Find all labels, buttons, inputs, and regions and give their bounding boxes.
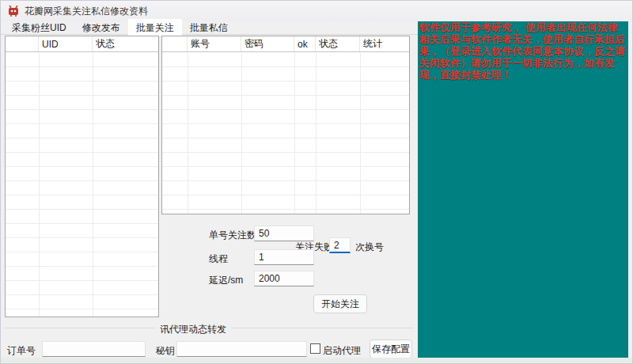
save-config-button[interactable]: 保存配置 [370, 339, 412, 358]
uid-col-status: 状态 [93, 36, 158, 51]
acct-col-account: 账号 [188, 36, 241, 51]
enable-proxy-label: 启动代理 [323, 344, 361, 358]
start-follow-button[interactable]: 开始关注 [313, 294, 367, 313]
secret-key-input[interactable] [176, 341, 307, 357]
secret-key-label: 秘钥 [156, 344, 175, 358]
per-account-label: 单号关注数 [209, 229, 256, 242]
app-window: 花瓣网采集关注私信修改资料 采集粉丝UID 修改发布 批量关注 批量私信 UID… [0, 0, 633, 364]
menu-item-edit-publish[interactable]: 修改发布 [74, 19, 128, 35]
accounts-table-header: 账号 密码 ok 状态 统计 [162, 36, 409, 52]
delay-label: 延迟/sm [209, 274, 243, 287]
disclaimer-panel: 软件仅用于参考研究， 使用者出现任何法律相关后果与软件作者无关，使用者自行承担后… [418, 21, 628, 358]
acct-col-stats: 统计 [360, 36, 409, 51]
uid-table[interactable]: UID 状态 [5, 36, 159, 317]
menu-bar: 采集粉丝UID 修改发布 批量关注 批量私信 [1, 21, 418, 35]
menu-item-batch-message[interactable]: 批量私信 [182, 19, 236, 35]
window-bottom-edge [1, 358, 632, 363]
window-title: 花瓣网采集关注私信修改资料 [25, 5, 148, 18]
threads-label: 线程 [209, 252, 228, 266]
proxy-group-label: 讯代理动态转发 [155, 323, 231, 336]
order-number-label: 订单号 [7, 344, 36, 358]
uid-col-uid: UID [39, 36, 93, 51]
per-account-input[interactable] [254, 226, 314, 241]
fail-suffix-label: 次换号 [355, 241, 384, 254]
menu-item-batch-follow[interactable]: 批量关注 [128, 19, 182, 35]
acct-col-password: 密码 [241, 36, 294, 51]
fail-count-input[interactable] [329, 237, 351, 253]
uid-table-header: UID 状态 [6, 36, 158, 52]
acct-col-status: 状态 [316, 36, 360, 51]
delay-input[interactable] [254, 271, 314, 286]
uid-table-body[interactable] [6, 53, 158, 317]
uid-col-rowheader [6, 36, 39, 51]
accounts-table-body[interactable] [162, 53, 409, 214]
acct-col-ok: ok [294, 36, 316, 51]
enable-proxy-checkbox[interactable] [310, 343, 320, 354]
acct-col-rowheader [162, 36, 188, 51]
disclaimer-text: 软件仅用于参考研究， 使用者出现任何法律相关后果与软件作者无关，使用者自行承担后… [419, 22, 625, 81]
menu-item-collect-uid[interactable]: 采集粉丝UID [4, 19, 74, 35]
app-icon [7, 6, 20, 17]
order-number-input[interactable] [42, 341, 146, 357]
threads-input[interactable] [254, 249, 314, 265]
accounts-table[interactable]: 账号 密码 ok 状态 统计 [161, 36, 410, 214]
